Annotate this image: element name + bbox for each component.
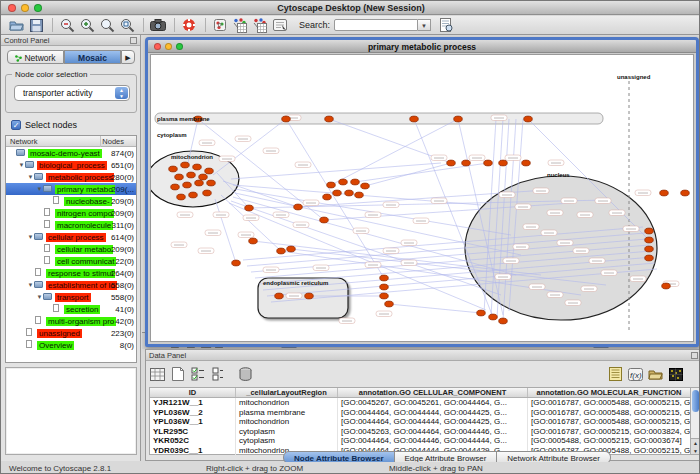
- formula-icon[interactable]: f(x): [627, 366, 644, 383]
- annotation-icon[interactable]: [271, 17, 289, 33]
- window-titlebar[interactable]: Cytoscape Desktop (New Session): [1, 1, 700, 15]
- network-node[interactable]: [410, 116, 419, 122]
- unselect-attributes-icon[interactable]: [209, 366, 226, 383]
- tree-row[interactable]: ▼metabolic process280(0): [6, 171, 136, 183]
- tree-row[interactable]: ▼Overview8(0): [6, 339, 136, 351]
- network-node[interactable]: [181, 162, 190, 168]
- import-attributes-icon[interactable]: [647, 366, 664, 383]
- network-node[interactable]: [462, 160, 471, 166]
- tab-overflow-arrow[interactable]: ▶: [121, 50, 135, 64]
- network-node[interactable]: [277, 248, 286, 254]
- network-node[interactable]: [645, 228, 654, 234]
- network-node[interactable]: [447, 160, 456, 166]
- table-row[interactable]: YPL036W__2plasma membrane[GO:0044464, GO…: [150, 408, 691, 418]
- table-row[interactable]: YJR121W__1mitochondrion[GO:0045267, GO:0…: [150, 398, 691, 408]
- snapshot-camera-icon[interactable]: [149, 17, 167, 33]
- tree-row[interactable]: ▼nitrogen compo209(0): [6, 207, 136, 219]
- network-node[interactable]: [189, 192, 198, 198]
- network-node[interactable]: [345, 190, 354, 196]
- network-node[interactable]: [205, 168, 214, 174]
- network-node[interactable]: [287, 246, 296, 252]
- attribute-table-header[interactable]: ID _cellularLayoutRegion annotation.GO C…: [150, 388, 691, 398]
- tree-row[interactable]: ▼unassigned223(0): [6, 327, 136, 339]
- help-lifesaver-icon[interactable]: [180, 17, 198, 33]
- network-canvas[interactable]: plasma membranecytoplasmmitochondrionnuc…: [150, 54, 694, 342]
- new-attribute-icon[interactable]: [169, 366, 186, 383]
- network-node[interactable]: [662, 283, 671, 289]
- network-node[interactable]: [380, 284, 389, 290]
- select-nodes-checkbox[interactable]: ✓: [11, 120, 21, 130]
- float-panel-icon[interactable]: [130, 37, 137, 44]
- network-node[interactable]: [454, 116, 463, 122]
- network-node[interactable]: [333, 190, 342, 196]
- node-color-combobox[interactable]: transporter activity ▲▼: [14, 85, 130, 101]
- network-node[interactable]: [199, 174, 208, 180]
- table-row[interactable]: YKR052Ccytoplasm[GO:0044464, GO:0044446,…: [150, 436, 691, 446]
- tree-row[interactable]: ▼primary metabo209(...: [6, 183, 136, 195]
- network-node[interactable]: [499, 160, 508, 166]
- network-node[interactable]: [294, 204, 303, 210]
- tree-row[interactable]: ▼macromolecule311(0): [6, 219, 136, 231]
- network-node[interactable]: [385, 301, 394, 307]
- open-network-icon[interactable]: [211, 17, 229, 33]
- network-node[interactable]: [169, 166, 178, 172]
- attribute-matrix-icon[interactable]: [667, 366, 684, 383]
- import-node-attributes-icon[interactable]: [231, 17, 249, 33]
- tree-row[interactable]: ▼secretion41(0): [6, 303, 136, 315]
- network-node[interactable]: [489, 314, 498, 320]
- network-window-titlebar[interactable]: primary metabolic process: [148, 40, 696, 53]
- scrollbar-arrows[interactable]: ▲▼: [691, 438, 700, 454]
- network-node[interactable]: [282, 116, 291, 122]
- network-node[interactable]: [339, 179, 348, 185]
- zoom-in-icon[interactable]: [78, 17, 96, 33]
- network-node[interactable]: [645, 246, 654, 252]
- network-node[interactable]: [681, 190, 690, 196]
- search-dropdown-arrow[interactable]: ▼: [418, 19, 431, 31]
- network-node[interactable]: [193, 164, 202, 170]
- network-node[interactable]: [645, 255, 654, 261]
- network-node[interactable]: [351, 179, 360, 185]
- network-node[interactable]: [323, 194, 332, 200]
- table-scrollbar[interactable]: ▲▼: [690, 387, 700, 455]
- network-node[interactable]: [499, 318, 508, 324]
- network-node[interactable]: [355, 192, 364, 198]
- network-node[interactable]: [660, 190, 669, 196]
- network-node[interactable]: [175, 174, 184, 180]
- network-node[interactable]: [195, 180, 204, 186]
- zoom-fit-icon[interactable]: [118, 17, 136, 33]
- zoom-out-icon[interactable]: [58, 17, 76, 33]
- network-node[interactable]: [477, 310, 486, 316]
- tree-row[interactable]: ▼cellular metabo209(0): [6, 243, 136, 255]
- network-node[interactable]: [207, 180, 216, 186]
- tree-row[interactable]: ▼nucleobase-209(0): [6, 195, 136, 207]
- import-edge-attributes-icon[interactable]: [251, 17, 269, 33]
- delete-attribute-icon[interactable]: [237, 366, 254, 383]
- scrollbar-thumb[interactable]: [692, 390, 699, 412]
- save-icon[interactable]: [27, 17, 45, 33]
- birds-eye-view[interactable]: [5, 367, 137, 455]
- network-node[interactable]: [380, 293, 389, 299]
- tree-row[interactable]: ▼cell communicat22(0): [6, 255, 136, 267]
- network-node[interactable]: [645, 237, 654, 243]
- network-node[interactable]: [203, 190, 212, 196]
- zoom-selected-icon[interactable]: [98, 17, 116, 33]
- network-node[interactable]: [325, 116, 334, 122]
- table-row[interactable]: YPL036W__1mitochondrion[GO:0044464, GO:0…: [150, 417, 691, 427]
- tree-row[interactable]: ▼multi-organism pro42(0): [6, 315, 136, 327]
- network-node[interactable]: [183, 182, 192, 188]
- select-attributes-icon[interactable]: [189, 366, 206, 383]
- network-node[interactable]: [275, 293, 284, 299]
- table-row[interactable]: YLR295Ccytoplasm[GO:0045263, GO:0044464,…: [150, 427, 691, 437]
- enhanced-search-icon[interactable]: [437, 17, 455, 33]
- network-node[interactable]: [305, 293, 314, 299]
- network-node[interactable]: [320, 217, 329, 223]
- tree-row[interactable]: ▼transport558(0): [6, 291, 136, 303]
- tree-row[interactable]: ▼response to stimul264(0): [6, 267, 136, 279]
- search-input[interactable]: [334, 19, 418, 31]
- tree-row[interactable]: ▼cellular process614(0): [6, 231, 136, 243]
- network-node[interactable]: [232, 260, 241, 266]
- network-node[interactable]: [171, 184, 180, 190]
- attribute-list-icon[interactable]: [607, 366, 624, 383]
- network-node[interactable]: [522, 160, 531, 166]
- float-data-panel-icon[interactable]: [691, 352, 698, 359]
